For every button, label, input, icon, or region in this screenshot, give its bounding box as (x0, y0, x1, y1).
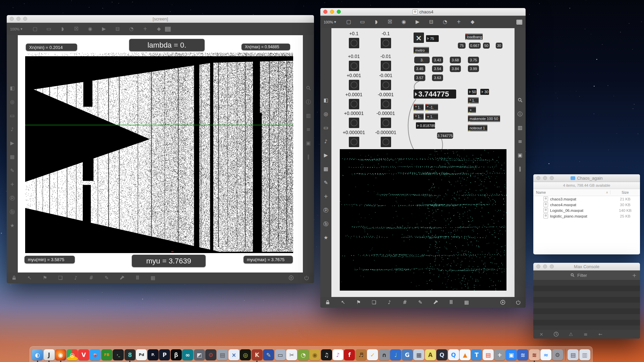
init-message[interactable]: 0.667 (469, 43, 481, 49)
dock-item-max[interactable]: ≋ (529, 349, 540, 362)
dock-item-flash[interactable]: f (344, 349, 355, 362)
myu-min-label[interactable]: myu(min) = 3.5875 (24, 256, 75, 263)
object-box-icon[interactable]: ▢ (32, 26, 39, 33)
cube-icon[interactable]: ◧ (9, 85, 16, 92)
myu-preset-message[interactable]: 3.99 (468, 65, 479, 72)
layers-icon[interactable]: ❏ (371, 299, 377, 306)
plug-icon[interactable]: + (9, 181, 16, 188)
xn-min-label[interactable]: Xn(min) = 0.2014 (26, 44, 77, 51)
bang-button[interactable] (349, 137, 359, 147)
pointer-icon[interactable]: ↖ (26, 275, 33, 281)
dock-item-trash[interactable]: ▥ (579, 349, 590, 362)
patcher-grid-icon[interactable] (517, 20, 522, 24)
dock-item-system-preferences[interactable]: ⚙ (552, 349, 563, 362)
bang-button[interactable] (381, 38, 391, 48)
audio-note-icon[interactable]: ♪ (323, 138, 329, 145)
back-icon[interactable]: ← (597, 331, 604, 338)
multiply-neg-object[interactable]: * -1. (425, 104, 438, 111)
layers-icon[interactable]: ❏ (57, 275, 64, 281)
image-icon[interactable]: ▦ (9, 154, 16, 160)
multiply-object-2[interactable]: * 1. (414, 113, 424, 120)
toggle-icon[interactable]: ☒ (387, 19, 393, 25)
myu-preset-message[interactable]: 3.63 (432, 74, 443, 81)
minimize-button[interactable] (330, 10, 334, 14)
myu-preset-message[interactable]: 3.75 (468, 57, 479, 63)
bang-button[interactable] (381, 61, 391, 71)
zoom-button[interactable] (550, 176, 554, 180)
clip-add-icon[interactable]: ✎ (417, 299, 424, 306)
file-row[interactable]: ⚙Logistic_06.maxpat140 KB (533, 207, 640, 213)
dock-item-pure-data[interactable]: Pd (136, 349, 147, 362)
dock-item-terminal[interactable]: ›_ (113, 349, 124, 362)
screen-titlebar[interactable]: [screen] (7, 15, 314, 23)
piano-icon[interactable]: Ⅲ (448, 299, 454, 306)
dock-item-vivaldi[interactable]: V (78, 349, 89, 362)
dock-item-news-doc[interactable]: ▤ (483, 349, 494, 362)
dock-item-midi-keyboard[interactable]: ♫ (321, 349, 332, 362)
dock-item-finder[interactable]: ◐ (32, 349, 43, 362)
minimize-button[interactable] (543, 176, 547, 180)
dock-item-safari[interactable]: ◈ (90, 349, 101, 362)
cube-icon[interactable]: ◧ (323, 97, 329, 104)
p-circle-icon[interactable]: ⓟ (323, 207, 329, 214)
button-icon[interactable]: ◉ (400, 19, 407, 25)
bang-button[interactable] (381, 137, 391, 147)
dock-item-keynote[interactable]: T (471, 349, 482, 362)
add-filter-icon[interactable]: + (632, 272, 637, 279)
playbar-icon[interactable]: ▶ (101, 26, 107, 33)
zoom-button[interactable] (23, 17, 27, 21)
run-play-icon[interactable] (499, 299, 506, 306)
myu-preset-message[interactable]: 3.57 (414, 74, 425, 81)
camera-icon[interactable]: ▣ (305, 140, 312, 146)
init-message[interactable]: 75 (458, 43, 466, 49)
dock-item-spell-book[interactable]: ✎ (263, 349, 274, 362)
myu-message[interactable]: 3.744775 (437, 132, 453, 139)
close-button[interactable] (10, 17, 14, 21)
dock-item-zoom[interactable]: ▣ (506, 349, 517, 362)
dock-item-p-app[interactable]: P (159, 349, 170, 362)
feedback-numberbox[interactable]: 0.818785 (416, 122, 435, 129)
object-box-icon[interactable]: ▢ (345, 19, 352, 25)
warning-icon[interactable]: ⚠ (568, 331, 574, 338)
columns-icon[interactable]: ▥ (305, 112, 312, 119)
file-row[interactable]: ⚙chaos3.maxpat21 KB (533, 196, 640, 202)
mixer-icon[interactable]: ∥ (517, 166, 524, 172)
info-icon[interactable]: ⓘ (305, 99, 312, 105)
dial-icon[interactable]: ◔ (442, 19, 448, 25)
dock-item-chrome[interactable]: ◎ (66, 349, 77, 362)
info-icon[interactable]: ⓘ (517, 111, 524, 117)
zoom-level-control[interactable]: 100%▾ (324, 20, 336, 24)
myu-max-label[interactable]: myu(max) = 3.7675 (244, 256, 293, 263)
matrix-icon[interactable]: ◎ (323, 111, 329, 117)
power-icon[interactable] (303, 275, 310, 281)
filter-search-box[interactable] (537, 273, 632, 278)
lock-icon[interactable] (324, 299, 331, 306)
bang-button[interactable] (381, 99, 391, 109)
myu-preset-message[interactable]: 3.43 (432, 57, 443, 63)
dock-item-arduino[interactable]: ∞ (182, 349, 193, 362)
panel-icon[interactable]: ▭ (9, 112, 16, 119)
myu-numberbox[interactable]: 3.744775 (414, 89, 456, 99)
dock-item-home-g-app[interactable]: G (402, 349, 413, 362)
myu-preset-message[interactable]: 3.84 (450, 65, 461, 72)
finder-titlebar[interactable]: Chaos_again (533, 174, 640, 182)
add-object[interactable]: + 1. (425, 113, 438, 120)
mixer-icon[interactable]: ∥ (305, 154, 312, 160)
bang-button[interactable] (349, 80, 359, 90)
dock-item-wifi-app[interactable]: ≈ (540, 349, 551, 362)
column-header-name[interactable]: Name ∧ (533, 190, 610, 194)
dock-item-garageband[interactable]: ♬ (356, 349, 367, 362)
dock-item-text-editor[interactable]: J (43, 349, 54, 362)
panel-icon[interactable]: ▭ (323, 124, 329, 131)
dock-item-beta-app[interactable]: β (170, 349, 181, 362)
piano-icon[interactable]: Ⅲ (134, 275, 141, 281)
lock-icon[interactable] (11, 275, 17, 281)
bang-button[interactable] (349, 99, 359, 109)
bang-button[interactable] (381, 118, 391, 128)
myu-preset-message[interactable]: 3.54 (432, 65, 443, 72)
dock-item-scanner[interactable]: ▭ (275, 349, 286, 362)
dock-item-image-viewer[interactable]: ▦ (413, 349, 424, 362)
message-box-icon[interactable]: ▭ (46, 26, 52, 33)
minimize-button[interactable] (543, 264, 547, 268)
duration-numberbox[interactable]: 30 (480, 89, 489, 95)
